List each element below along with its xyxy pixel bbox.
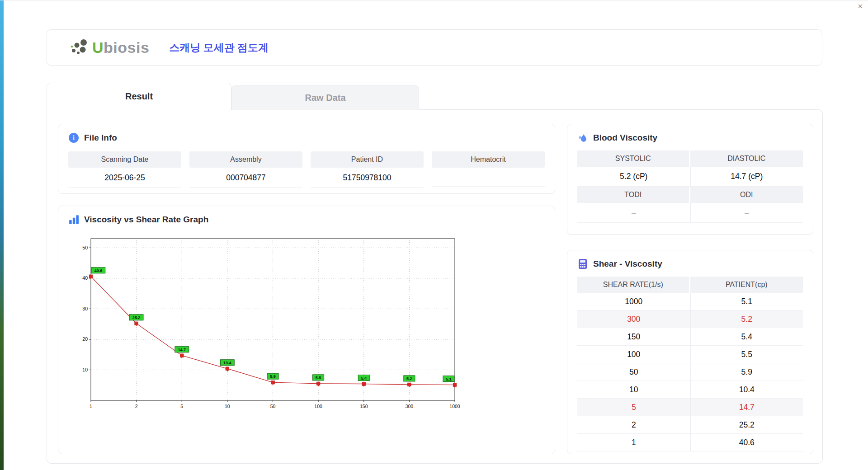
svg-text:1000: 1000 (449, 404, 460, 409)
shear-rate-cell: 1 (577, 434, 690, 451)
svg-text:40.6: 40.6 (94, 268, 103, 273)
main-panel: i File Info Scanning Date 2025-06-25 Ass… (47, 109, 823, 464)
svg-text:20: 20 (82, 336, 88, 342)
field-label: Scanning Date (68, 151, 181, 168)
viscosity-chart: 10203040501251050100150300100040.625.214… (75, 231, 545, 415)
field-value: 2025-06-25 (68, 168, 181, 188)
shear-rate-cell: 50 (577, 363, 690, 381)
shear-rate-cell: 100 (577, 346, 690, 363)
todi-label: TODI (577, 187, 690, 203)
svg-text:40: 40 (82, 275, 88, 281)
logo-dots-icon (69, 38, 90, 57)
logo-text: Ubiosis (92, 39, 149, 56)
shear-rate-cell: 2 (577, 416, 690, 434)
svg-text:10: 10 (225, 404, 230, 409)
field-patient-id: Patient ID 51750978100 (311, 151, 424, 188)
field-label: Assembly (189, 151, 302, 168)
droplet-icon (577, 132, 588, 143)
svg-text:5.4: 5.4 (361, 376, 367, 381)
svg-text:2: 2 (135, 404, 138, 409)
tab-raw-data[interactable]: Raw Data (231, 85, 419, 110)
bar-chart-icon (68, 214, 79, 225)
page-title: 스캐닝 모세관 점도계 (169, 41, 269, 55)
blood-viscosity-table: SYSTOLIC DIASTOLIC 5.2 (cP) 14.7 (cP) TO… (577, 150, 803, 223)
svg-text:30: 30 (82, 306, 88, 311)
blood-viscosity-title: Blood Viscosity (593, 133, 657, 143)
svg-text:25.2: 25.2 (132, 315, 141, 320)
info-icon: i (68, 132, 79, 143)
tab-bar: Result Raw Data (47, 83, 419, 110)
field-value (432, 168, 545, 187)
svg-text:14.7: 14.7 (178, 348, 186, 352)
svg-text:50: 50 (82, 245, 88, 250)
close-icon[interactable]: × (858, 2, 863, 10)
svg-text:300: 300 (406, 404, 414, 409)
svg-text:1: 1 (90, 404, 92, 409)
patient-cell: 14.7 (690, 399, 803, 416)
diastolic-label: DIASTOLIC (690, 150, 803, 167)
file-info-title: File Info (84, 133, 117, 143)
svg-text:50: 50 (270, 404, 276, 409)
ubiosis-logo: Ubiosis (69, 38, 149, 57)
systolic-value: 5.2 (cP) (577, 167, 690, 187)
shear-table-row: 5 14.7 (577, 399, 803, 416)
shear-table-row: 50 5.9 (577, 363, 803, 381)
shear-rate-cell: 1000 (577, 293, 690, 310)
shear-rate-cell: 10 (577, 381, 690, 399)
svg-text:5.5: 5.5 (316, 376, 321, 380)
shear-table-row: 2 25.2 (577, 416, 803, 434)
shear-table-row: 300 5.2 (577, 310, 803, 328)
blood-viscosity-card: Blood Viscosity SYSTOLIC DIASTOLIC 5.2 (… (567, 124, 813, 235)
patient-cell: 40.6 (690, 434, 803, 451)
graph-title: Viscosity vs Shear Rate Graph (84, 215, 208, 225)
shear-rate-cell: 5 (577, 399, 690, 416)
field-value: 51750978100 (311, 168, 424, 188)
svg-text:5.9: 5.9 (270, 374, 276, 379)
shear-table-row: 100 5.5 (577, 346, 803, 363)
patient-column-header: PATIENT(cp) (690, 277, 803, 293)
svg-text:5.1: 5.1 (446, 377, 452, 381)
file-info-card: i File Info Scanning Date 2025-06-25 Ass… (58, 124, 555, 194)
odi-label: ODI (690, 187, 803, 203)
shear-table-row: 1 40.6 (577, 434, 803, 451)
shear-rate-column-header: SHEAR RATE(1/s) (577, 277, 690, 293)
field-assembly: Assembly 000704877 (189, 151, 302, 188)
svg-text:5: 5 (180, 404, 183, 409)
systolic-label: SYSTOLIC (577, 150, 690, 167)
window-edge-strip (0, 0, 4, 470)
shear-viscosity-card: Shear - Viscosity SHEAR RATE(1/s) PATIEN… (567, 250, 813, 454)
svg-text:150: 150 (360, 404, 368, 409)
field-label: Hematocrit (432, 151, 545, 168)
shear-viscosity-table: SHEAR RATE(1/s) PATIENT(cp) 1000 5.1 300… (577, 277, 803, 451)
calculator-icon (577, 258, 588, 269)
patient-cell: 25.2 (690, 416, 803, 434)
viscosity-graph-card: Viscosity vs Shear Rate Graph 1020304050… (58, 206, 555, 454)
field-hematocrit: Hematocrit (432, 151, 545, 188)
shear-viscosity-title: Shear - Viscosity (593, 259, 662, 269)
patient-cell: 5.9 (690, 363, 803, 381)
todi-value: – (577, 203, 690, 223)
svg-text:5.2: 5.2 (406, 376, 412, 381)
viscosity-chart-svg: 10203040501251050100150300100040.625.214… (75, 231, 468, 413)
svg-text:10: 10 (82, 367, 88, 372)
shear-rate-cell: 150 (577, 328, 690, 346)
field-scanning-date: Scanning Date 2025-06-25 (68, 151, 181, 188)
patient-cell: 10.4 (690, 381, 803, 399)
patient-cell: 5.5 (690, 346, 803, 363)
svg-text:10.4: 10.4 (223, 361, 231, 365)
shear-table-row: 1000 5.1 (577, 293, 803, 310)
patient-cell: 5.1 (690, 293, 803, 310)
shear-rate-cell: 300 (577, 310, 690, 328)
shear-table-row: 150 5.4 (577, 328, 803, 346)
field-value: 000704877 (189, 168, 302, 188)
diastolic-value: 14.7 (cP) (690, 167, 803, 187)
field-label: Patient ID (311, 151, 424, 168)
patient-cell: 5.2 (690, 310, 803, 328)
header: Ubiosis 스캐닝 모세관 점도계 (47, 29, 822, 66)
odi-value: – (690, 203, 803, 223)
patient-cell: 5.4 (690, 328, 803, 346)
shear-table-header: SHEAR RATE(1/s) PATIENT(cp) (577, 277, 803, 293)
svg-text:100: 100 (314, 404, 322, 409)
shear-table-row: 10 10.4 (577, 381, 803, 399)
tab-result[interactable]: Result (47, 83, 231, 110)
